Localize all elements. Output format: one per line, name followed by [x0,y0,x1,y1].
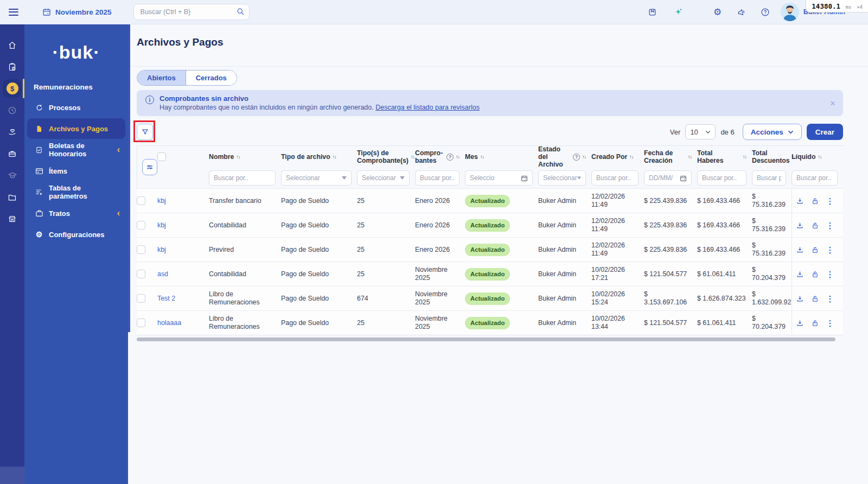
sort-icon[interactable]: ↑↓ [818,153,821,161]
column-settings-button[interactable] [142,159,157,175]
megaphone-icon[interactable] [735,5,748,18]
lock-icon[interactable] [807,319,822,327]
tab-abiertos[interactable]: Abiertos [137,71,186,85]
lunchbox-icon[interactable] [0,143,24,164]
lock-icon[interactable] [807,270,822,278]
filter-tipo-archivo-select[interactable]: Seleccionar [281,170,352,186]
close-icon[interactable]: × [830,99,835,108]
file-name-link[interactable]: kbj [157,221,166,230]
home-icon[interactable] [0,34,24,56]
sort-icon[interactable]: ↑↓ [743,153,746,161]
kebab-menu-icon[interactable]: ⋮ [822,246,838,254]
filter-estado-select[interactable]: Seleccionar [538,170,586,186]
kebab-menu-icon[interactable]: ⋮ [822,221,838,230]
sort-icon[interactable]: ↑↓ [456,153,459,161]
sort-icon[interactable]: ↑↓ [236,153,240,161]
filter-liquido-input[interactable] [792,170,838,186]
help-icon[interactable] [759,5,772,18]
filter-comprobantes-input[interactable] [415,170,459,186]
download-icon[interactable] [792,319,807,327]
sidebar-item-items[interactable]: Ítems [27,161,125,181]
download-icon[interactable] [792,270,807,278]
page-size-select[interactable]: 10 [685,124,716,139]
row-checkbox[interactable] [137,196,145,205]
bank-icon[interactable] [0,208,24,230]
filter-total-descuentos-input[interactable] [752,170,786,186]
col-nombre[interactable]: Nombre↑↓ [209,146,281,168]
filter-tipo-comprobante-select[interactable]: Seleccionar [357,170,410,186]
period-selector[interactable]: Noviembre 2025 [42,8,112,16]
lock-icon[interactable] [807,246,822,254]
kebab-menu-icon[interactable]: ⋮ [822,319,838,327]
folder-icon[interactable] [0,186,24,208]
row-checkbox[interactable] [137,294,145,303]
col-comprobantes[interactable]: Compro-bantes?↑↓ [415,146,465,168]
download-icon[interactable] [792,295,807,303]
row-checkbox[interactable] [137,221,145,230]
help-icon[interactable]: ? [573,154,580,161]
search-icon[interactable] [237,8,245,16]
horizontal-scrollbar[interactable] [137,337,835,341]
filter-fecha-date[interactable]: DD/MM/ [644,170,692,186]
crear-button[interactable]: Crear [807,124,843,140]
col-fecha-creacion[interactable]: Fecha de Creación↑↓ [644,146,697,168]
sidebar-item-archivos-y-pagos[interactable]: Archivos y Pagos [27,118,125,139]
row-checkbox[interactable] [137,270,145,278]
lock-icon[interactable] [807,197,822,205]
sort-icon[interactable]: ↑↓ [333,153,336,161]
col-mes[interactable]: Mes↑↓ [465,146,538,168]
save-bookmark-icon[interactable] [646,5,659,18]
col-estado[interactable]: Estado del Archivo?↑↓ [538,146,591,168]
file-name-link[interactable]: holaaaa [157,319,181,327]
download-icon[interactable] [792,197,807,205]
file-name-link[interactable]: kbj [157,197,166,205]
help-icon[interactable]: ? [446,154,454,161]
select-all-checkbox[interactable] [157,152,166,161]
filter-nombre-input[interactable] [209,170,276,186]
search-input[interactable] [133,4,250,20]
avatar[interactable] [781,3,799,21]
kebab-menu-icon[interactable]: ⋮ [822,197,838,205]
clipboard-clock-icon[interactable] [0,56,24,78]
file-name-link[interactable]: Test 2 [157,295,175,303]
sort-icon[interactable]: ↑↓ [582,153,586,161]
graduation-cap-icon[interactable] [0,164,24,186]
filter-total-haberes-input[interactable] [697,170,746,186]
row-checkbox[interactable] [137,319,145,327]
lock-icon[interactable] [807,295,822,303]
tab-cerrados[interactable]: Cerrados [186,71,237,85]
menu-icon[interactable] [9,7,18,17]
kebab-menu-icon[interactable]: ⋮ [822,270,838,278]
col-total-haberes[interactable]: Total Haberes↑↓ [697,146,752,168]
gear-icon[interactable]: ⚙ [711,5,724,18]
filter-button[interactable] [137,124,153,140]
col-creado-por[interactable]: Creado Por↑↓ [591,146,644,168]
download-icon[interactable] [792,246,807,254]
sort-icon[interactable]: ↑↓ [629,153,633,161]
kebab-menu-icon[interactable]: ⋮ [822,295,838,303]
filter-mes-date[interactable]: Seleccio [465,170,533,186]
sidebar-item-boletas-de-honorarios[interactable]: Boletas de Honorarios ‹ [27,139,125,160]
filter-creado-por-input[interactable] [591,170,639,186]
alert-download-link[interactable]: Descarga el listado para revisarlos [375,104,480,111]
file-name-link[interactable]: kbj [157,246,166,254]
acciones-button[interactable]: Acciones [743,124,802,140]
remunerations-coin-icon[interactable]: $ [0,78,24,99]
sidebar-item-configuraciones[interactable]: ⚙ Configuraciones [27,224,125,245]
file-name-link[interactable]: asd [157,270,168,278]
sparkle-ai-icon[interactable] [672,5,685,18]
col-liquido[interactable]: Líquido↑↓ [792,146,843,168]
lock-icon[interactable] [807,221,822,230]
sort-icon[interactable]: ↑↓ [480,153,484,161]
sort-icon[interactable]: ↑↓ [688,153,692,161]
col-tipo-archivo[interactable]: Tipo de archivo↑↓ [281,146,357,168]
sidebar-item-tratos[interactable]: Tratos ‹ [27,203,125,224]
col-tipo-comprobante[interactable]: Tipo(s) de Comprobante(s)↑↓ [357,146,415,168]
col-total-descuentos[interactable]: Total Descuentos↑↓ [752,146,792,168]
download-icon[interactable] [792,221,807,230]
sidebar-item-procesos[interactable]: Procesos [27,97,125,118]
hand-heart-icon[interactable] [0,121,24,143]
sidebar-item-tablas-de-parametros[interactable]: Tablas de parámetros [27,182,125,202]
history-clock-icon[interactable] [0,99,24,121]
row-checkbox[interactable] [137,245,145,254]
